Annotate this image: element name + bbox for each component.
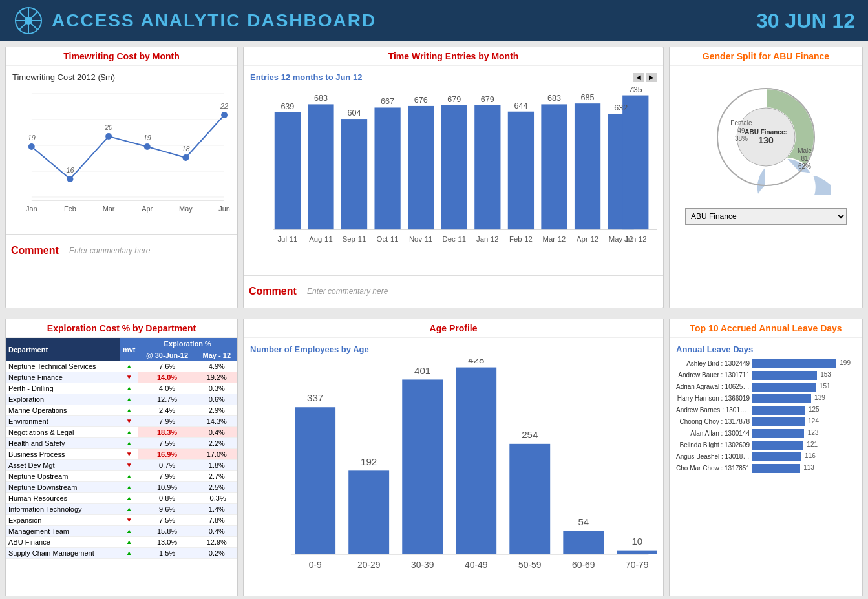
may-cell: 4.9% bbox=[196, 361, 237, 372]
dept-cell: Marine Operations bbox=[6, 405, 120, 415]
svg-rect-37 bbox=[474, 105, 500, 229]
table-row: Marine Operations ▲ 2.4% 2.9% bbox=[6, 405, 237, 415]
svg-text:676: 676 bbox=[414, 96, 428, 105]
mvt-cell: ▲ bbox=[120, 426, 138, 437]
svg-point-13 bbox=[67, 176, 74, 182]
svg-text:428: 428 bbox=[468, 359, 484, 365]
dept-cell: Negotiations & Legal bbox=[6, 426, 120, 437]
svg-text:Jun: Jun bbox=[218, 205, 230, 213]
may-cell: -0.3% bbox=[196, 492, 237, 503]
t10-item-bar: 124 bbox=[752, 417, 805, 426]
svg-text:667: 667 bbox=[381, 97, 394, 106]
main-grid: Timewriting Cost by Month Timewriting Co… bbox=[0, 41, 868, 319]
t10-item-label: Ashley Bird : 1302449 bbox=[676, 360, 750, 367]
mvt-cell: ▼ bbox=[120, 448, 138, 459]
svg-text:130: 130 bbox=[758, 135, 774, 145]
exploration-table: Department mvt Exploration % @ 30-Jun-12… bbox=[6, 338, 237, 559]
header-logo: ACCESS ANALYTIC DASHBOARD bbox=[13, 5, 376, 36]
svg-point-12 bbox=[28, 143, 35, 150]
date-cell: 18.3% bbox=[138, 426, 196, 437]
t10-panel-title: Top 10 Accrued Annual Leave Days bbox=[670, 319, 862, 338]
svg-rect-34 bbox=[374, 107, 400, 229]
svg-rect-82 bbox=[509, 444, 550, 554]
svg-point-14 bbox=[105, 133, 112, 140]
may-cell: 17.0% bbox=[196, 448, 237, 459]
svg-text:679: 679 bbox=[481, 95, 494, 104]
may-cell: 1.8% bbox=[196, 459, 237, 470]
may-cell: 2.2% bbox=[196, 437, 237, 448]
t10-item-bar: 153 bbox=[752, 371, 817, 380]
tw-comment-text: Enter commentary here bbox=[69, 246, 150, 255]
dept-cell: Neptune Downstream bbox=[6, 481, 120, 492]
svg-text:20-29: 20-29 bbox=[357, 560, 381, 570]
mvt-cell: ▲ bbox=[120, 394, 138, 405]
svg-rect-80 bbox=[402, 379, 443, 554]
ap-panel-title: Age Profile bbox=[244, 319, 663, 338]
t10-chart-title: Annual Leave Days bbox=[676, 344, 856, 354]
svg-text:38%: 38% bbox=[735, 135, 748, 142]
col-may: May - 12 bbox=[196, 350, 237, 361]
mvt-cell: ▲ bbox=[120, 470, 138, 481]
svg-rect-31 bbox=[275, 112, 301, 229]
table-row: Neptune Downstream ▲ 10.9% 2.5% bbox=[6, 481, 237, 492]
twe-comment-text: Enter commentary here bbox=[307, 287, 388, 296]
svg-text:30-39: 30-39 bbox=[411, 560, 434, 570]
svg-rect-79 bbox=[348, 470, 389, 554]
dept-cell: Management Team bbox=[6, 525, 120, 536]
svg-text:Feb-12: Feb-12 bbox=[509, 235, 533, 243]
table-row: Asset Dev Mgt ▼ 0.7% 1.8% bbox=[6, 459, 237, 470]
gs-select[interactable]: ABU Finance bbox=[685, 208, 847, 225]
twe-comment-box: Comment Enter commentary here bbox=[244, 275, 663, 308]
list-item: Harry Harrison : 1366019 139 bbox=[676, 394, 856, 403]
t10-item-label: Andrew Bauer : 1301711 bbox=[676, 372, 750, 379]
may-cell: 1.4% bbox=[196, 503, 237, 514]
bottom-row: Exploration Cost % by Department Departm… bbox=[0, 319, 868, 599]
dept-cell: Expansion bbox=[6, 514, 120, 525]
gs-panel-title: Gender Split for ABU Finance bbox=[670, 47, 862, 66]
t10-item-label: Cho Mar Chow : 1317851 bbox=[676, 465, 750, 472]
svg-rect-38 bbox=[508, 112, 534, 229]
mvt-cell: ▼ bbox=[120, 459, 138, 470]
svg-text:Apr: Apr bbox=[142, 205, 153, 213]
svg-rect-35 bbox=[408, 106, 434, 229]
svg-text:10: 10 bbox=[631, 536, 642, 547]
date-cell: 7.9% bbox=[138, 470, 196, 481]
svg-text:50-59: 50-59 bbox=[518, 560, 542, 570]
age-profile-panel: Age Profile Number of Employees by Age 3… bbox=[243, 319, 664, 596]
twe-prev-btn[interactable]: ◀ bbox=[633, 73, 644, 82]
header: ACCESS ANALYTIC DASHBOARD 30 JUN 12 bbox=[0, 0, 868, 41]
donut-svg: ABU Finance: 130 Female 49 38% Male 81 6… bbox=[701, 79, 831, 195]
age-bar-chart: 337 192 401 428 254 54 10 0-9 20-29 30-3… bbox=[250, 359, 657, 587]
list-item: Alan Allan : 1300144 123 bbox=[676, 429, 856, 438]
svg-text:Mar: Mar bbox=[103, 205, 115, 213]
twe-next-btn[interactable]: ▶ bbox=[646, 73, 657, 82]
t10-item-bar: 113 bbox=[752, 464, 800, 473]
date-cell: 9.6% bbox=[138, 503, 196, 514]
svg-rect-83 bbox=[563, 531, 604, 554]
svg-text:Sep-11: Sep-11 bbox=[343, 235, 366, 243]
svg-rect-39 bbox=[541, 104, 567, 229]
mvt-cell: ▼ bbox=[120, 514, 138, 525]
mvt-cell: ▲ bbox=[120, 405, 138, 415]
svg-rect-84 bbox=[617, 550, 657, 554]
table-row: Health and Safety ▲ 7.5% 2.2% bbox=[6, 437, 237, 448]
mvt-cell: ▲ bbox=[120, 503, 138, 514]
may-cell: 7.8% bbox=[196, 514, 237, 525]
svg-text:Jun-12: Jun-12 bbox=[624, 235, 647, 243]
svg-text:20: 20 bbox=[104, 123, 112, 131]
twe-panel: Time Writing Entries by Month Entries 12… bbox=[243, 47, 664, 308]
gs-dropdown[interactable]: ABU Finance bbox=[685, 208, 847, 225]
date-cell: 16.9% bbox=[138, 448, 196, 459]
donut-container: ABU Finance: 130 Female 49 38% Male 81 6… bbox=[701, 79, 831, 195]
tw-comment-box: Comment Enter commentary here bbox=[6, 234, 237, 266]
mvt-cell: ▼ bbox=[120, 372, 138, 383]
svg-text:49: 49 bbox=[737, 127, 745, 134]
table-row: Neptune Finance ▼ 14.0% 19.2% bbox=[6, 372, 237, 383]
t10-item-value: 113 bbox=[803, 464, 814, 471]
t10-item-value: 153 bbox=[820, 371, 831, 378]
t10-item-label: Andrew Barnes : 1301315 bbox=[676, 406, 750, 414]
svg-rect-78 bbox=[295, 407, 335, 554]
dept-cell: Information Technology bbox=[6, 503, 120, 514]
list-item: Ashley Bird : 1302449 199 bbox=[676, 359, 856, 368]
table-row: Information Technology ▲ 9.6% 1.4% bbox=[6, 503, 237, 514]
